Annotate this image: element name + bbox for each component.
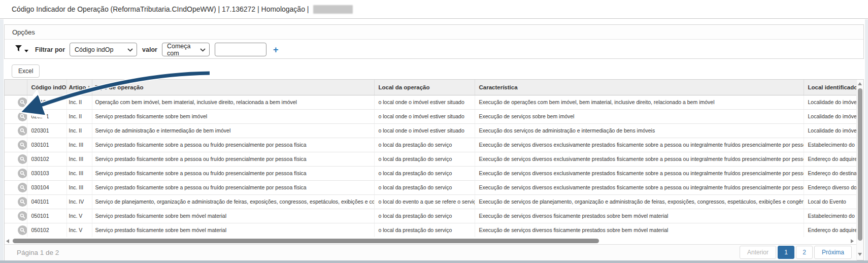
vertical-scrollbar[interactable] (856, 80, 863, 260)
column-header-artigo[interactable]: Artigo↑ (66, 80, 92, 95)
magnifier-icon[interactable] (18, 183, 27, 192)
magnifier-icon[interactable] (18, 169, 27, 178)
table-row[interactable]: 050102Inc. VServiço prestado fisicamente… (5, 223, 857, 237)
cell-tipo: Serviço de planejamento, organização e a… (92, 194, 374, 209)
scroll-up-arrow-icon[interactable] (858, 82, 862, 85)
row-action-cell (5, 209, 27, 223)
options-panel: Opções Filtrar por Código indOp valor Co… (4, 24, 864, 59)
cell-caracteristica: Execução de serviços diversos exclusivam… (475, 138, 804, 152)
cell-artigo: Inc. III (66, 138, 92, 152)
cell-local-identificado: Endereço do adquire (804, 223, 857, 237)
table-row[interactable]: 020201Inc. IIServiço prestado fisicament… (5, 109, 857, 123)
row-action-cell (5, 166, 27, 180)
cell-caracteristica: Execução de serviços diversos fisicament… (475, 209, 804, 223)
cell-codigo: 020301 (27, 123, 66, 138)
scroll-down-arrow-icon[interactable] (858, 253, 862, 256)
filter-row: Filtrar por Código indOp valor Começa co… (5, 40, 863, 59)
magnifier-icon[interactable] (18, 154, 27, 164)
horizontal-scrollbar[interactable] (5, 238, 857, 244)
column-header-actions (5, 80, 27, 95)
cell-codigo: 030102 (27, 152, 66, 166)
cell-artigo: Inc. II (66, 95, 92, 109)
window-title-bar: Código Indicador de Operação (ReformaTri… (0, 0, 868, 19)
cell-artigo: Inc. III (66, 180, 92, 194)
column-header-local-identificado[interactable]: Local identificado (804, 80, 857, 95)
table-row[interactable]: 020301Inc. IIServiço de administração e … (5, 123, 857, 138)
page-status: Página 1 de 2 (17, 249, 59, 256)
cell-codigo: 050102 (27, 223, 66, 237)
magnifier-icon[interactable] (18, 112, 27, 121)
table-row[interactable]: 030102Inc. IIIServiço prestado fisicamen… (5, 152, 857, 166)
cell-codigo: 040101 (27, 194, 66, 209)
bottom-frame-edge (0, 260, 868, 263)
cell-local-identificado: Endereço do destina (804, 166, 857, 180)
cell-local-operacao: o local da prestação do serviço (374, 138, 475, 152)
table-row[interactable]: 030101Inc. IIIServiço prestado fisicamen… (5, 138, 857, 152)
cell-local-identificado: Localidade do imóvel (804, 95, 857, 109)
scroll-right-arrow-icon[interactable] (851, 239, 854, 243)
filter-menu-button[interactable] (15, 45, 28, 54)
previous-page-button[interactable]: Anterior (740, 246, 776, 259)
row-action-cell (5, 194, 27, 209)
grid-footer: Página 1 de 2 Anterior 1 2 Próxima (5, 244, 857, 260)
column-header-local-da-operacao[interactable]: Local da operação (374, 80, 475, 95)
cell-caracteristica: Execução de serviços diversos exclusivam… (475, 166, 804, 180)
vertical-scrollbar-thumb[interactable] (858, 88, 862, 241)
cell-artigo: Inc. III (66, 152, 92, 166)
excel-export-button[interactable]: Excel (12, 64, 40, 78)
page-2-button[interactable]: 2 (796, 246, 813, 259)
table-row[interactable]: 040101Inc. IVServiço de planejamento, or… (5, 194, 857, 209)
cell-codigo: 030104 (27, 180, 66, 194)
chevron-down-icon (200, 46, 206, 53)
caret-down-icon (24, 45, 28, 54)
cell-local-operacao: o local da prestação do serviço (374, 166, 475, 180)
magnifier-icon[interactable] (18, 211, 27, 221)
cell-local-identificado: Estabelecimento do (804, 138, 857, 152)
column-header-tipo-de-operacao[interactable]: Tipo de operação (92, 80, 374, 95)
column-header-codigo-indop[interactable]: Código indOp (27, 80, 66, 95)
page-1-button[interactable]: 1 (778, 246, 794, 259)
magnifier-icon[interactable] (18, 225, 27, 235)
row-action-cell (5, 95, 27, 109)
cell-caracteristica: Execução de operações com bem imóvel, be… (475, 95, 804, 109)
magnifier-icon[interactable] (18, 97, 27, 107)
sort-ascending-icon: ↑ (87, 84, 90, 90)
options-panel-header: Opções (5, 25, 863, 40)
row-action-cell (5, 123, 27, 138)
left-frame-edge (0, 19, 4, 260)
cell-tipo: Serviço prestado fisicamente sobre a pes… (92, 138, 374, 152)
table-header-row: Código indOp Artigo↑ Tipo de operação Lo… (5, 80, 857, 95)
filter-operator-value: Começa com (167, 43, 200, 57)
horizontal-scrollbar-thumb[interactable] (13, 239, 599, 243)
filter-operator-select[interactable]: Começa com (162, 43, 210, 56)
cell-artigo: Inc. II (66, 109, 92, 123)
table-row[interactable]: 050101Inc. VServiço prestado fisicamente… (5, 209, 857, 223)
page-title: Código Indicador de Operação (ReformaTri… (12, 5, 309, 13)
table-row[interactable]: 030104Inc. IIIServiço prestado fisicamen… (5, 180, 857, 194)
filter-field-select[interactable]: Código indOp (70, 43, 137, 56)
options-title: Opções (12, 28, 35, 36)
row-action-cell (5, 138, 27, 152)
scroll-left-arrow-icon[interactable] (6, 239, 9, 243)
cell-codigo: 020101 (27, 95, 66, 109)
filter-value-input[interactable] (215, 43, 266, 56)
grid-body: 020101Inc. IIOperação com bem imóvel, be… (5, 95, 857, 237)
cell-caracteristica: Execução de serviços diversos fisicament… (475, 223, 804, 237)
next-page-button[interactable]: Próxima (814, 246, 852, 259)
cell-local-operacao: o local da prestação do serviço (374, 209, 475, 223)
add-filter-button[interactable]: + (273, 45, 279, 54)
cell-local-identificado: Endereço diverso do (804, 180, 857, 194)
magnifier-icon[interactable] (18, 126, 27, 136)
cell-artigo: Inc. IV (66, 194, 92, 209)
row-action-cell (5, 223, 27, 237)
cell-local-operacao: o local da prestação do serviço (374, 152, 475, 166)
magnifier-icon[interactable] (18, 140, 27, 150)
table-row[interactable]: 030103Inc. IIIServiço prestado fisicamen… (5, 166, 857, 180)
cell-artigo: Inc. V (66, 209, 92, 223)
cell-local-operacao: o local onde o imóvel estiver situado (374, 123, 475, 138)
column-header-caracteristica[interactable]: Característica (475, 80, 804, 95)
magnifier-icon[interactable] (18, 197, 27, 207)
table-row[interactable]: 020101Inc. IIOperação com bem imóvel, be… (5, 95, 857, 109)
filter-field-value: Código indOp (75, 46, 113, 53)
pagination: Anterior 1 2 Próxima (740, 246, 852, 259)
